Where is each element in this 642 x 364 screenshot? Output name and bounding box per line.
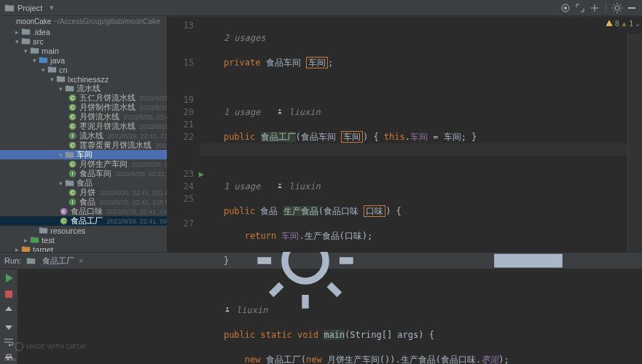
- settings-icon[interactable]: [611, 2, 623, 14]
- expand-all-icon[interactable]: [574, 2, 586, 14]
- collapse-all-icon[interactable]: [589, 2, 600, 14]
- project-tree[interactable]: moonCake ~/AccessGroup/gitlab/moonCake ▸…: [0, 16, 168, 252]
- project-path: ~/AccessGroup/gitlab/moonCake: [53, 17, 160, 25]
- tree-item-src[interactable]: ▾src: [0, 36, 167, 46]
- gutter: 13 15 19202122 23▶2425 27: [168, 17, 200, 364]
- tree-item-main[interactable]: ▾main: [0, 46, 167, 55]
- locate-icon[interactable]: [560, 2, 571, 14]
- project-icon: [4, 3, 15, 13]
- project-dropdown-icon[interactable]: ▾: [50, 3, 54, 12]
- run-tab-close-icon[interactable]: ×: [79, 257, 83, 265]
- run-config-icon: [26, 256, 36, 266]
- tree-item-test[interactable]: ▸test: [0, 235, 167, 245]
- code-area[interactable]: 13 15 19202122 23▶2425 27 2 usages priva…: [168, 17, 642, 364]
- tree-item-idea[interactable]: ▸.idea: [0, 27, 167, 36]
- tree-item-target[interactable]: ▸target: [0, 245, 167, 252]
- status-dots: [4, 358, 16, 361]
- tree-item-resources[interactable]: ·resources: [0, 226, 167, 235]
- watermark: MADE WITH GIFOX: [15, 342, 86, 351]
- hide-icon[interactable]: [626, 2, 638, 14]
- tree-item-cn[interactable]: ▾cn: [0, 65, 167, 74]
- tree-item-java[interactable]: ▾java: [0, 55, 167, 65]
- tree-item-c1[interactable]: ·食品工厂2022/8/29, 22:41, 592 B Mm: [0, 216, 167, 226]
- project-root: moonCake: [16, 17, 51, 25]
- minimap[interactable]: [627, 33, 642, 252]
- code-content[interactable]: 2 usages private 食品车间 车间; 1 usage liuxin…: [200, 17, 509, 364]
- project-label: Project: [17, 4, 42, 12]
- editor: 食品工厂.java× 五仁月饼流水线.java× 月饼流水线.java× 枣泥月…: [168, 16, 642, 252]
- run-config-name: 食品工厂: [42, 256, 74, 266]
- project-toolbar: Project ▾: [0, 0, 642, 16]
